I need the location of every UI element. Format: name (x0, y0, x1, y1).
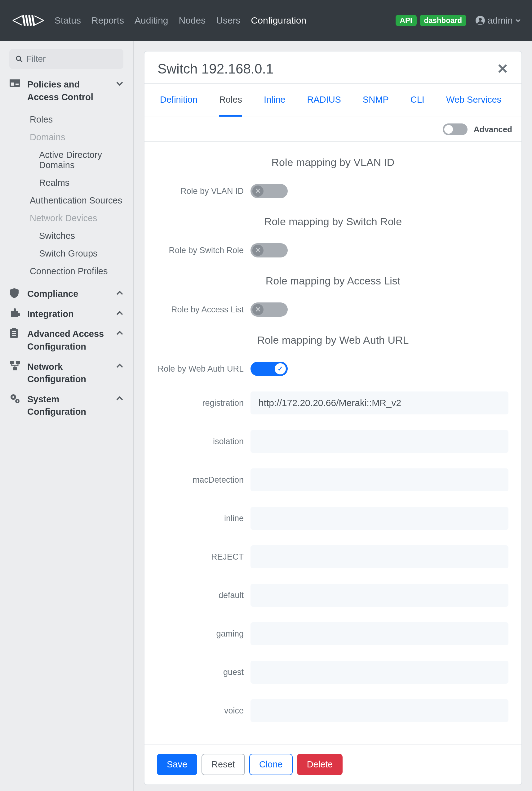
search-icon (16, 55, 23, 63)
web-auth-input-inline[interactable] (250, 507, 509, 530)
web-auth-input-REJECT[interactable] (250, 545, 509, 568)
svg-rect-15 (12, 331, 16, 332)
filter-input[interactable] (26, 54, 117, 64)
web-auth-row-gaming: gaming (145, 619, 521, 648)
web-auth-input-default[interactable] (250, 584, 509, 607)
web-auth-input-guest[interactable] (250, 661, 509, 684)
gears-icon (9, 393, 22, 404)
tab-snmp[interactable]: SNMP (363, 95, 389, 117)
sidebar-section-integration[interactable]: Integration (9, 308, 124, 320)
web-auth-row-voice: voice (145, 696, 521, 725)
label-switch-role: Role by Switch Role (157, 246, 250, 255)
svg-rect-3 (31, 15, 35, 26)
nav-right: API dashboard admin (396, 15, 521, 26)
sidebar-item-roles[interactable]: Roles (30, 111, 124, 128)
nav-reports[interactable]: Reports (92, 15, 124, 26)
clone-button[interactable]: Clone (249, 754, 293, 775)
chevron-up-icon (116, 311, 124, 316)
sidebar-header-netdev: Network Devices (30, 209, 124, 227)
advanced-label: Advanced (474, 125, 512, 134)
label-vlan: Role by VLAN ID (157, 186, 250, 196)
web-auth-input-macDetection[interactable] (250, 468, 509, 491)
user-menu[interactable]: admin (476, 15, 521, 26)
svg-rect-1 (25, 15, 29, 26)
web-auth-row-isolation: isolation (145, 427, 521, 456)
web-auth-row-REJECT: REJECT (145, 542, 521, 571)
toggle-vlan[interactable]: ✕ (250, 184, 288, 198)
svg-rect-10 (11, 82, 14, 86)
network-icon (9, 361, 22, 371)
nav-users[interactable]: Users (216, 15, 240, 26)
web-auth-label-inline: inline (157, 514, 250, 523)
sidebar-item-ad-domains[interactable]: Active Directory Domains (30, 146, 124, 174)
badge-dashboard[interactable]: dashboard (420, 15, 467, 26)
nav-nodes[interactable]: Nodes (179, 15, 206, 26)
id-card-icon (9, 78, 22, 88)
tab-inline[interactable]: Inline (264, 95, 285, 117)
sidebar-header-domains: Domains (30, 128, 124, 146)
web-auth-row-guest: guest (145, 658, 521, 687)
reset-button[interactable]: Reset (202, 754, 245, 775)
toggle-access-list[interactable]: ✕ (250, 302, 288, 317)
web-auth-input-voice[interactable] (250, 699, 509, 722)
web-auth-label-registration: registration (157, 398, 250, 408)
sidebar-filter[interactable] (9, 49, 124, 69)
switch-panel: Switch 192.168.0.1 ✕ Definition Roles In… (144, 51, 522, 785)
svg-rect-0 (22, 15, 26, 26)
svg-rect-17 (12, 335, 16, 336)
web-auth-label-guest: guest (157, 667, 250, 677)
heading-web-auth: Role mapping by Web Auth URL (145, 334, 521, 346)
advanced-toggle[interactable] (443, 124, 468, 135)
sidebar-item-switches[interactable]: Switches (30, 227, 124, 245)
svg-rect-2 (28, 15, 32, 26)
badge-api[interactable]: API (396, 15, 417, 26)
svg-point-5 (479, 18, 482, 21)
web-auth-input-gaming[interactable] (250, 622, 509, 645)
svg-line-7 (20, 60, 22, 62)
heading-switch-role: Role mapping by Switch Role (145, 216, 521, 228)
chevron-up-icon (116, 331, 124, 336)
chevron-up-icon (116, 364, 124, 369)
web-auth-label-REJECT: REJECT (157, 552, 250, 562)
sidebar-item-auth-sources[interactable]: Authentication Sources (30, 192, 124, 209)
svg-rect-9 (10, 79, 20, 81)
tabs: Definition Roles Inline RADIUS SNMP CLI … (145, 84, 521, 117)
web-auth-input-isolation[interactable] (250, 430, 509, 453)
nav-auditing[interactable]: Auditing (135, 15, 168, 26)
web-auth-label-gaming: gaming (157, 629, 250, 639)
sidebar-section-system[interactable]: System Configuration (9, 393, 124, 418)
sidebar-section-compliance[interactable]: Compliance (9, 288, 124, 300)
svg-rect-18 (10, 361, 14, 364)
sidebar-item-switch-groups[interactable]: Switch Groups (30, 245, 124, 262)
sidebar-item-realms[interactable]: Realms (30, 174, 124, 192)
tab-roles[interactable]: Roles (219, 95, 242, 117)
close-icon[interactable]: ✕ (497, 61, 509, 77)
save-button[interactable]: Save (157, 754, 197, 775)
sidebar-item-conn-profiles[interactable]: Connection Profiles (30, 262, 124, 280)
sidebar-section-advanced[interactable]: Advanced Access Configuration (9, 328, 124, 353)
svg-rect-11 (16, 83, 19, 84)
shield-icon (9, 288, 22, 299)
nav-configuration[interactable]: Configuration (251, 15, 306, 26)
delete-button[interactable]: Delete (297, 754, 343, 775)
nav-items: Status Reports Auditing Nodes Users Conf… (55, 15, 306, 26)
toggle-switch-role[interactable]: ✕ (250, 243, 288, 257)
sidebar-section-network[interactable]: Network Configuration (9, 361, 124, 386)
panel-footer: Save Reset Clone Delete (145, 744, 521, 785)
tab-definition[interactable]: Definition (160, 95, 197, 117)
sidebar-section-policies[interactable]: Policies and Access Control (9, 78, 124, 103)
heading-vlan: Role mapping by VLAN ID (145, 157, 521, 168)
toggle-web-auth[interactable]: ✓ (250, 362, 288, 376)
nav-status[interactable]: Status (55, 15, 81, 26)
web-auth-row-macDetection: macDetection (145, 465, 521, 494)
chevron-up-icon (116, 291, 124, 296)
navbar: Status Reports Auditing Nodes Users Conf… (0, 0, 532, 41)
tab-radius[interactable]: RADIUS (307, 95, 341, 117)
web-auth-input-registration[interactable] (250, 391, 509, 415)
brand-logo (11, 10, 45, 31)
svg-point-6 (16, 56, 21, 60)
tab-web-services[interactable]: Web Services (446, 95, 501, 117)
user-icon (476, 16, 485, 25)
svg-rect-12 (16, 84, 19, 85)
tab-cli[interactable]: CLI (411, 95, 424, 117)
